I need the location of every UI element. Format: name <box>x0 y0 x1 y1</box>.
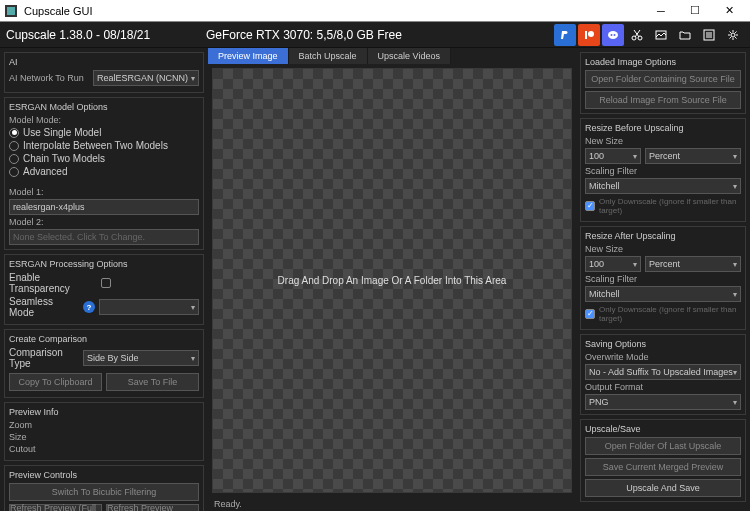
processing-title: ESRGAN Processing Options <box>9 259 199 269</box>
paypal-icon[interactable] <box>554 24 576 46</box>
radio-chain[interactable] <box>9 154 19 164</box>
loaded-image-title: Loaded Image Options <box>585 57 741 67</box>
model1-label: Model 1: <box>9 187 199 197</box>
ra-filter-select[interactable]: Mitchell <box>585 286 741 302</box>
save-file-button[interactable]: Save To File <box>106 373 199 391</box>
model2-label: Model 2: <box>9 217 199 227</box>
ai-network-select[interactable]: RealESRGAN (NCNN) <box>93 70 199 86</box>
ai-panel-title: AI <box>9 57 199 67</box>
upscale-and-save-button[interactable]: Upscale And Save <box>585 479 741 497</box>
svg-point-4 <box>608 31 618 39</box>
minimize-button[interactable]: ─ <box>644 0 678 22</box>
format-label: Output Format <box>585 382 741 392</box>
info-zoom: Zoom <box>9 420 199 430</box>
gear-icon[interactable] <box>722 24 744 46</box>
resize-before-panel: Resize Before Upscaling New Size 100 Per… <box>580 118 746 222</box>
canvas-hint: Drag And Drop An Image Or A Folder Into … <box>278 275 507 286</box>
info-size: Size <box>9 432 199 442</box>
svg-rect-1 <box>7 7 15 15</box>
saving-panel: Saving Options Overwrite Mode No - Add S… <box>580 334 746 415</box>
app-header: Cupscale 1.38.0 - 08/18/21 GeForce RTX 3… <box>0 22 750 48</box>
model-mode-label: Model Mode: <box>9 115 199 125</box>
model-options-title: ESRGAN Model Options <box>9 102 199 112</box>
gpu-status: GeForce RTX 3070: 5,5/8,0 GB Free <box>206 28 402 42</box>
model-options-panel: ESRGAN Model Options Model Mode: Use Sin… <box>4 97 204 250</box>
rb-downscale-label: Only Downscale (Ignore if smaller than t… <box>599 197 741 215</box>
switch-filtering-button[interactable]: Switch To Bicubic Filtering <box>9 483 199 501</box>
seamless-label: Seamless Mode <box>9 296 79 318</box>
tab-upscale-videos[interactable]: Upscale Videos <box>368 48 451 64</box>
transparency-checkbox[interactable] <box>101 278 111 288</box>
reload-source-button[interactable]: Reload Image From Source File <box>585 91 741 109</box>
folder-icon[interactable] <box>674 24 696 46</box>
transparency-label: Enable Transparency <box>9 272 97 294</box>
refresh-full-button[interactable]: Refresh Preview (Full Image) <box>9 504 102 511</box>
info-cutout: Cutout <box>9 444 199 454</box>
ra-filter-label: Scaling Filter <box>585 274 741 284</box>
rb-unit-select[interactable]: Percent <box>645 148 741 164</box>
refresh-cutout-button[interactable]: Refresh Preview (Cutout) <box>106 504 199 511</box>
saving-title: Saving Options <box>585 339 741 349</box>
svg-rect-2 <box>585 31 587 39</box>
save-merged-preview-button[interactable]: Save Current Merged Preview <box>585 458 741 476</box>
seamless-select[interactable] <box>99 299 199 315</box>
rb-size-label: New Size <box>585 136 741 146</box>
open-last-folder-button[interactable]: Open Folder Of Last Upscale <box>585 437 741 455</box>
main-area: AI AI Network To Run RealESRGAN (NCNN) E… <box>0 48 750 511</box>
comparison-type-select[interactable]: Side By Side <box>83 350 199 366</box>
format-select[interactable]: PNG <box>585 394 741 410</box>
upscale-save-title: Upscale/Save <box>585 424 741 434</box>
ra-downscale-checkbox[interactable] <box>585 309 595 319</box>
resize-before-title: Resize Before Upscaling <box>585 123 741 133</box>
ra-unit-select[interactable]: Percent <box>645 256 741 272</box>
maximize-button[interactable]: ☐ <box>678 0 712 22</box>
list-icon[interactable] <box>698 24 720 46</box>
patreon-icon[interactable] <box>578 24 600 46</box>
preview-canvas[interactable]: Drag And Drop An Image Or A Folder Into … <box>212 68 572 493</box>
image-icon[interactable] <box>650 24 672 46</box>
window-titlebar: Cupscale GUI ─ ☐ ✕ <box>0 0 750 22</box>
close-button[interactable]: ✕ <box>712 0 746 22</box>
overwrite-select[interactable]: No - Add Suffix To Upscaled Images <box>585 364 741 380</box>
ra-downscale-label: Only Downscale (Ignore if smaller than t… <box>599 305 741 323</box>
radio-advanced[interactable] <box>9 167 19 177</box>
status-bar: Ready. <box>208 497 576 511</box>
svg-point-6 <box>614 34 616 36</box>
window-title: Cupscale GUI <box>24 5 644 17</box>
overwrite-label: Overwrite Mode <box>585 352 741 362</box>
svg-point-5 <box>611 34 613 36</box>
resize-after-title: Resize After Upscaling <box>585 231 741 241</box>
tab-preview-image[interactable]: Preview Image <box>208 48 289 64</box>
svg-point-3 <box>588 31 594 37</box>
help-icon[interactable]: ? <box>83 301 95 313</box>
svg-point-11 <box>731 33 735 37</box>
preview-controls-title: Preview Controls <box>9 470 199 480</box>
right-sidebar: Loaded Image Options Open Folder Contain… <box>576 48 750 511</box>
app-icon <box>4 4 18 18</box>
preview-info-panel: Preview Info Zoom Size Cutout <box>4 402 204 461</box>
left-sidebar: AI AI Network To Run RealESRGAN (NCNN) E… <box>0 48 208 511</box>
open-source-folder-button[interactable]: Open Folder Containing Source File <box>585 70 741 88</box>
model1-input[interactable] <box>9 199 199 215</box>
ai-network-label: AI Network To Run <box>9 73 89 83</box>
comparison-panel: Create Comparison Comparison Type Side B… <box>4 329 204 398</box>
cut-icon[interactable] <box>626 24 648 46</box>
rb-downscale-checkbox[interactable] <box>585 201 595 211</box>
tab-batch-upscale[interactable]: Batch Upscale <box>289 48 368 64</box>
upscale-save-panel: Upscale/Save Open Folder Of Last Upscale… <box>580 419 746 502</box>
copy-clipboard-button[interactable]: Copy To Clipboard <box>9 373 102 391</box>
ra-size-label: New Size <box>585 244 741 254</box>
radio-interpolate[interactable] <box>9 141 19 151</box>
ra-size-input[interactable]: 100 <box>585 256 641 272</box>
tab-bar: Preview Image Batch Upscale Upscale Vide… <box>208 48 576 64</box>
preview-info-title: Preview Info <box>9 407 199 417</box>
loaded-image-panel: Loaded Image Options Open Folder Contain… <box>580 52 746 114</box>
resize-after-panel: Resize After Upscaling New Size 100 Perc… <box>580 226 746 330</box>
rb-size-input[interactable]: 100 <box>585 148 641 164</box>
rb-filter-select[interactable]: Mitchell <box>585 178 741 194</box>
discord-icon[interactable] <box>602 24 624 46</box>
model2-input[interactable] <box>9 229 199 245</box>
radio-single-model[interactable] <box>9 128 19 138</box>
app-title: Cupscale 1.38.0 - 08/18/21 <box>6 28 206 42</box>
preview-controls-panel: Preview Controls Switch To Bicubic Filte… <box>4 465 204 511</box>
